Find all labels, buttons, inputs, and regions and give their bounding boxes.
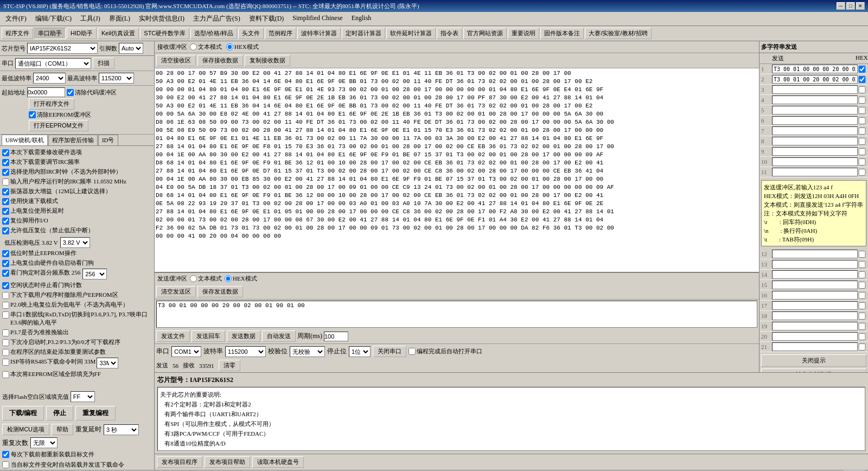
detect-button[interactable]: 检测MCU选项 [2, 424, 49, 435]
option-check-0[interactable] [2, 149, 9, 156]
send-data-16[interactable] [772, 291, 858, 300]
tab-website[interactable]: 官方网站资源 [463, 28, 507, 39]
port-select[interactable]: 通信端口（COM1） [15, 58, 91, 69]
send-data-9[interactable] [772, 147, 858, 156]
send-check-19[interactable] [858, 323, 866, 330]
open-prog-button[interactable]: 打开程序文件 [29, 98, 74, 110]
option-check-21[interactable] [2, 371, 9, 378]
pin-count-select[interactable]: Auto [119, 43, 143, 54]
max-baud-select[interactable]: 115200 [99, 73, 134, 84]
read-hd-button[interactable]: 读取本机硬盘号 [252, 456, 304, 468]
hw-tab-id[interactable]: ID号 [98, 135, 118, 145]
send-check-1[interactable] [858, 66, 866, 73]
tab-program-file[interactable]: 程序文件 [2, 28, 33, 39]
menu-file[interactable]: 文件(F) [2, 13, 30, 24]
send-check-21[interactable] [858, 343, 866, 351]
chip-type-select[interactable]: IAP15F2K61S2 [27, 43, 98, 54]
start-addr-input[interactable] [27, 87, 65, 97]
hw-tab-encrypt[interactable]: 程序加密后传输 [48, 135, 98, 145]
send-data-4[interactable] [772, 96, 858, 104]
auto-open-check[interactable]: 编程完成后自动打开串口 [409, 347, 482, 355]
parity-select[interactable]: 无校验 [290, 346, 325, 357]
send-data-21[interactable] [772, 342, 858, 351]
send-text-mode-radio[interactable] [190, 275, 197, 282]
send-check-4[interactable] [858, 97, 866, 104]
menu-download[interactable]: 资料下载(D) [246, 13, 288, 24]
clear-code-check[interactable]: 清除代码缓冲区 [67, 88, 117, 97]
send-data-14[interactable] [772, 270, 858, 279]
help-button[interactable]: 帮助 [52, 424, 73, 435]
re-delay-select[interactable]: 3 秒 [104, 424, 139, 435]
send-data-19[interactable] [772, 322, 858, 330]
option-check-7[interactable] [2, 218, 9, 225]
close-hint-button[interactable]: 关闭提示 [761, 354, 866, 367]
autosend-check[interactable] [2, 461, 9, 468]
minimize-button[interactable]: ─ [837, 2, 845, 10]
option-check-11[interactable] [2, 260, 9, 267]
menu-product[interactable]: 主力产品广告(S) [190, 13, 244, 24]
text-mode-radio[interactable] [190, 43, 197, 50]
min-baud-select[interactable]: 2400 [33, 73, 66, 84]
option-check-8[interactable] [2, 227, 9, 234]
option-check-14[interactable] [2, 292, 9, 299]
reprogram-button[interactable]: 重复编程 [75, 406, 116, 421]
send-check-12[interactable] [858, 251, 866, 258]
maximize-button[interactable]: □ [846, 2, 855, 10]
send-check-8[interactable] [858, 138, 866, 145]
send-data-5[interactable] [772, 106, 858, 114]
send-data-7[interactable] [772, 126, 858, 135]
menu-supply[interactable]: 实时供货信息(I) [136, 13, 188, 24]
save-recv-button[interactable]: 保存接收数据 [197, 55, 243, 66]
port-config-select[interactable]: COM1 [171, 346, 201, 357]
send-check-3[interactable] [858, 86, 866, 93]
period-input[interactable] [324, 332, 348, 341]
send-check-9[interactable] [858, 148, 866, 155]
publish-program-button[interactable]: 发布项目程序 [157, 456, 202, 468]
send-hex-mode-label[interactable]: HEX模式 [225, 275, 257, 283]
menu-edit[interactable]: 编辑/下载(C) [32, 13, 75, 24]
send-data-18[interactable] [772, 311, 858, 320]
send-display[interactable]: T3 00 01 00 00 00 20 00 02 00 01 90 01 0… [156, 301, 757, 328]
send-data-button[interactable]: 发送数据 [227, 330, 260, 342]
flash-fill-select[interactable]: FF [71, 391, 95, 402]
text-mode-radio-label[interactable]: 文本模式 [190, 43, 222, 51]
clear-all-button[interactable]: 清空全部数据 [761, 368, 866, 372]
send-data-17[interactable] [772, 301, 858, 310]
voltage-select[interactable]: 3.82 V [60, 237, 90, 248]
tab-examples[interactable]: 范例程序 [265, 28, 296, 39]
option-check-2[interactable] [2, 169, 9, 176]
menu-simplified[interactable]: Simplified Chinese [289, 13, 346, 24]
send-data-12[interactable] [772, 250, 858, 258]
option-check-18[interactable] [2, 339, 9, 346]
menu-tools[interactable]: 工具(J) [77, 13, 104, 24]
tab-baud-calc[interactable]: 波特率计算器 [297, 28, 341, 39]
scan-button[interactable]: 扫描 [93, 58, 114, 69]
send-check-2[interactable] [858, 76, 866, 83]
send-check-14[interactable] [858, 271, 866, 278]
send-check-6[interactable] [858, 117, 866, 124]
tab-selection[interactable]: 选型/价格/样品 [190, 28, 237, 39]
send-data-1[interactable] [772, 65, 858, 73]
option-check-4[interactable] [2, 188, 9, 195]
save-send-button[interactable]: 保存发送数据 [197, 286, 243, 297]
stop-button[interactable]: 停止 [46, 406, 73, 421]
auto-send-button[interactable]: 自动发送 [262, 330, 296, 342]
tab-stc-math[interactable]: STC硬件数学库 [140, 28, 189, 39]
open-port-button[interactable]: 关闭串口 [373, 346, 406, 357]
option-check-10[interactable] [2, 250, 9, 257]
option-check-3[interactable] [2, 179, 9, 186]
tab-serial-helper[interactable]: 串口助手 [34, 28, 66, 39]
option-check-6[interactable] [2, 208, 9, 215]
send-data-8[interactable] [772, 137, 858, 145]
menu-english[interactable]: English [348, 13, 375, 24]
send-data-15[interactable] [772, 281, 858, 289]
tab-timer-calc[interactable]: 定时器计算器 [342, 28, 385, 39]
send-file-button[interactable]: 发送文件 [156, 330, 190, 342]
send-check-10[interactable] [858, 158, 866, 166]
publish-help-button[interactable]: 发布项目帮助 [205, 456, 250, 468]
hw-tab-u8w[interactable]: U8W烧机/联机 [2, 135, 48, 145]
option-check-12[interactable] [2, 270, 9, 277]
send-check-11[interactable] [858, 169, 866, 176]
tab-contest[interactable]: 大赛/实验室/教材/招聘 [585, 28, 651, 39]
option-check-17[interactable] [2, 329, 9, 336]
